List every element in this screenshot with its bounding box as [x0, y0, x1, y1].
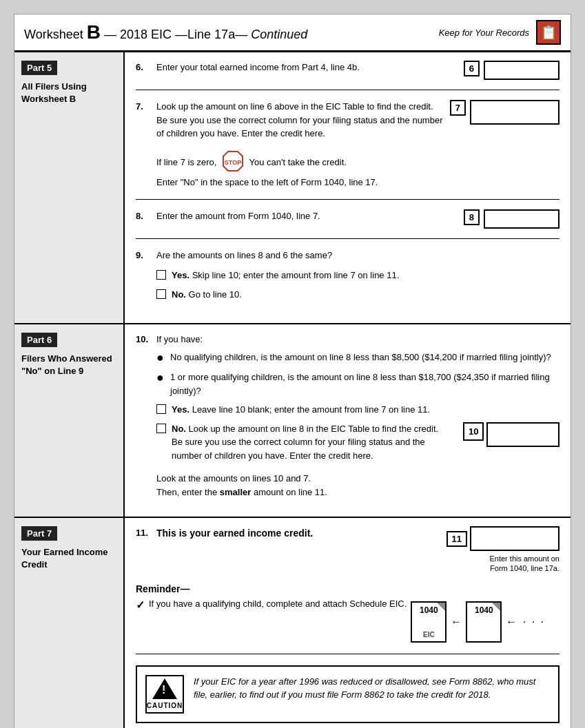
line10-input[interactable]	[486, 422, 560, 447]
line6-text: Enter your total earned income from Part…	[156, 61, 444, 74]
worksheet-label: Worksheet	[24, 28, 83, 41]
stop-sign: STOP	[222, 150, 244, 176]
line9-yes-row: Yes. Skip line 10; enter the amount from…	[156, 269, 560, 282]
keep-records-text: Keep for Your Records	[439, 28, 529, 38]
caution-triangle	[152, 678, 177, 699]
bold-b: B	[87, 21, 101, 43]
line7-input-area: 7	[449, 100, 560, 125]
line10-no-content: No. Look up the amount on line 8 in the …	[172, 422, 451, 463]
part6-title: Filers Who Answered "No" on Line 9	[21, 353, 116, 377]
line7-input[interactable]	[470, 100, 560, 125]
line8-divider	[136, 238, 560, 239]
line10-row: 10. If you have: ● No qualifying childre…	[136, 333, 560, 499]
line8-row: 8. Enter the amount from Form 1040, line…	[136, 209, 560, 229]
line9-yes-label: Yes. Skip line 10; enter the amount from…	[172, 269, 399, 282]
form-eic-label: EIC	[423, 631, 435, 638]
part6-sidebar: Part 6 Filers Who Answered "No" on Line …	[14, 324, 125, 517]
line6-input[interactable]	[484, 61, 560, 80]
reminder-title: Reminder—	[136, 583, 560, 594]
caution-label: CAUTION	[147, 702, 183, 709]
line9-number: 9.	[136, 250, 151, 260]
header-right: Keep for Your Records	[439, 20, 561, 45]
line7-text: Look up the amount on line 6 above in th…	[156, 100, 444, 189]
line7-label: 7	[450, 100, 466, 116]
line10-footer: Look at the amounts on lines 10 and 7. T…	[156, 472, 560, 499]
part7-section: Part 7 Your Earned Income Credit 11. Thi…	[14, 518, 571, 728]
line7-stop-text: If line 7 is zero,	[156, 157, 216, 167]
line9-row: 9. Are the amounts on lines 8 and 6 the …	[136, 249, 560, 306]
line10-footer3: amount on line 11.	[254, 487, 327, 497]
caution-text: If your EIC for a year after 1996 was re…	[194, 675, 550, 702]
line11-text: This is your earned income credit.	[156, 526, 441, 541]
line11-input[interactable]	[470, 526, 560, 551]
line10-label: 10	[463, 422, 484, 441]
form-1040-eic-icon: 1040 EIC	[411, 601, 447, 643]
part6-section: Part 6 Filers Who Answered "No" on Line …	[14, 324, 571, 518]
notebook-icon	[536, 20, 561, 45]
reminder-text: If you have a qualifying child, complete…	[149, 599, 407, 609]
line6-label: 6	[464, 61, 480, 76]
line7-stop-row: If line 7 is zero, STOP You can't take t…	[156, 150, 444, 176]
reminder-checkmark: ✓	[136, 599, 145, 612]
line6-row: 6. Enter your total earned income from P…	[136, 61, 560, 80]
line9-no-checkbox[interactable]	[156, 289, 166, 299]
page: Worksheet B — 2018 EIC —Line 17a— Contin…	[14, 14, 571, 728]
line9-no-label: No. Go to line 10.	[172, 288, 242, 302]
svg-text:STOP: STOP	[225, 159, 241, 166]
line9-no-row: No. Go to line 10.	[156, 288, 560, 302]
reminder-section: Reminder— ✓ If you have a qualifying chi…	[136, 583, 560, 643]
line10-no-text: Look up the amount on line 8 in the EIC …	[172, 424, 438, 461]
header-continued: Continued	[251, 28, 307, 41]
part5-title: All Filers Using Worksheet B	[21, 81, 116, 105]
line11-input-area: 11 Enter this amount on Form 1040, line …	[447, 526, 560, 574]
bullet1-text: No qualifying children, is the amount on…	[170, 351, 551, 364]
form-1040-second-icon: 1040	[466, 601, 502, 643]
line7-divider	[136, 199, 560, 200]
part5-section: Part 5 All Filers Using Worksheet B 6. E…	[14, 52, 571, 324]
part7-title: Your Earned Income Credit	[21, 546, 116, 571]
reminder-divider	[136, 654, 560, 654]
line10-yes-label: Yes. Leave line 10 blank; enter the amou…	[172, 403, 430, 417]
line7-stop-after: You can't take the credit.	[249, 157, 346, 167]
part7-sidebar: Part 7 Your Earned Income Credit	[14, 518, 125, 728]
bullet2-text: 1 or more qualifying children, is the am…	[170, 371, 560, 397]
line10-bullet1: ● No qualifying children, is the amount …	[156, 351, 560, 366]
line10-intro: If you have:	[156, 333, 560, 346]
line6-input-area: 6	[449, 61, 560, 80]
line9-question: Are the amounts on lines 8 and 6 the sam…	[156, 249, 560, 262]
line10-content: If you have: ● No qualifying children, i…	[156, 333, 560, 499]
line11-row: 11. This is your earned income credit. 1…	[136, 526, 560, 574]
line7-number: 7.	[136, 101, 151, 112]
line10-input-area: 10	[463, 422, 560, 447]
line8-input[interactable]	[484, 209, 560, 229]
line11-note2: Form 1040, line 17a.	[490, 564, 560, 572]
reminder-check-row: ✓ If you have a qualifying child, comple…	[136, 599, 560, 643]
line9-content: Are the amounts on lines 8 and 6 the sam…	[156, 249, 560, 306]
line10-no-checkbox[interactable]	[156, 424, 166, 433]
header-title: Worksheet B — 2018 EIC —Line 17a— Contin…	[24, 21, 307, 43]
header-form: EIC	[151, 28, 172, 41]
left-arrow: ←	[451, 616, 462, 628]
arrows: ←	[451, 616, 462, 628]
part5-badge: Part 5	[21, 61, 57, 75]
line8-label: 8	[464, 209, 480, 225]
line10-bullet2: ● 1 or more qualifying children, is the …	[156, 371, 560, 397]
line9-yes-checkbox[interactable]	[156, 270, 166, 280]
part5-sidebar: Part 5 All Filers Using Worksheet B	[14, 52, 125, 323]
part6-content: 10. If you have: ● No qualifying childre…	[125, 324, 571, 517]
form-1040-2-label: 1040	[475, 605, 493, 615]
dotted-arrow: ← · · ·	[506, 616, 545, 628]
line10-number: 10.	[136, 334, 151, 344]
part5-content: 6. Enter your total earned income from P…	[125, 52, 571, 323]
form-1040-label: 1040	[420, 605, 438, 615]
line6-divider	[136, 90, 560, 90]
line8-number: 8.	[136, 211, 151, 221]
line11-label: 11	[447, 531, 467, 547]
line10-yes-checkbox[interactable]	[156, 404, 166, 414]
main-content: Part 5 All Filers Using Worksheet B 6. E…	[14, 52, 571, 728]
part7-content: 11. This is your earned income credit. 1…	[125, 518, 571, 728]
caution-box: CAUTION If your EIC for a year after 199…	[136, 665, 560, 723]
caution-icon: CAUTION	[145, 675, 184, 714]
header-line: —Line 17a—	[175, 28, 247, 41]
form-1040-second: 1040	[466, 601, 502, 643]
